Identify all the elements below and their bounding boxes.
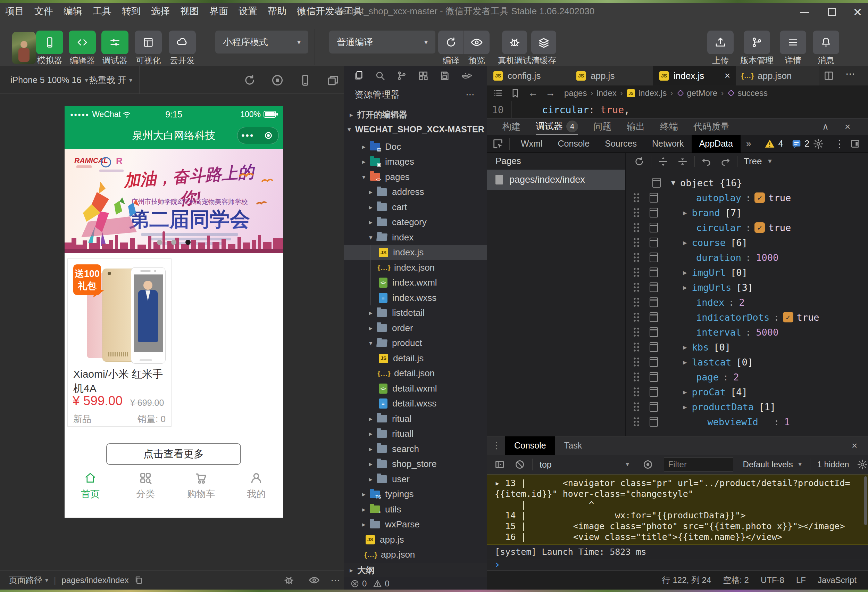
tree-item-index[interactable]: ▾index — [344, 229, 487, 245]
tree-item-index.js[interactable]: JSindex.js — [344, 245, 487, 260]
editor-tab-app.json[interactable]: {…}app.json — [736, 66, 819, 86]
sim-phone-icon[interactable] — [298, 74, 312, 87]
pages-selected-item[interactable]: pages/index/index — [487, 170, 625, 190]
tree-item-detail.js[interactable]: JSdetail.js — [344, 351, 487, 366]
drag-handle-icon[interactable] — [633, 387, 640, 397]
nav-back-icon[interactable]: ← — [528, 87, 538, 99]
preview-button[interactable] — [464, 31, 490, 54]
breadcrumb-item-index.js[interactable]: JSindex.js — [626, 88, 667, 98]
close-tab-icon[interactable]: × — [725, 70, 730, 81]
editor-tab-app.js[interactable]: JSapp.js — [570, 66, 653, 86]
devtools-tab-Wxml[interactable]: Wxml — [513, 135, 550, 153]
undo-icon[interactable] — [701, 156, 712, 167]
tree-item-ritual[interactable]: ▸ritual — [344, 411, 487, 426]
compile-dropdown[interactable]: 普通编译 ▾ — [329, 31, 435, 53]
drag-handle-icon[interactable] — [633, 417, 640, 427]
tree-item-detail.json[interactable]: {…}detail.json — [344, 366, 487, 381]
menu-item-工具[interactable]: 工具 — [87, 5, 117, 17]
menu-item-选择[interactable]: 选择 — [146, 5, 175, 17]
devtools-warnings[interactable]: 4 — [764, 138, 783, 149]
sim-windows-icon[interactable] — [326, 74, 340, 87]
more-tabs-icon[interactable]: » — [746, 138, 751, 149]
editor-tab-index.js[interactable]: JSindex.js× — [653, 66, 736, 86]
tabbar-我的[interactable]: 我的 — [235, 471, 277, 500]
debug-tab-终端[interactable]: 终端 — [660, 118, 678, 135]
console-prompt[interactable]: › — [487, 559, 868, 571]
toolbar-调试器-button[interactable] — [101, 31, 128, 54]
breadcrumb-item-getMore[interactable]: getMore — [676, 88, 717, 98]
appdata-entry-brand[interactable]: ▶brand[7] — [626, 205, 868, 220]
appdata-entry-imgUrl[interactable]: ▶imgUrl[0] — [626, 265, 868, 280]
tree-item-product[interactable]: ▾product — [344, 336, 487, 351]
drag-handle-icon[interactable] — [633, 327, 640, 337]
home-banner-carousel[interactable]: RAMICAL R 加油，奋斗路上的你! 广州市技师学院&雷米高宠物美容师学校 … — [65, 149, 283, 253]
clear-cache-button[interactable] — [531, 31, 556, 54]
checkbox-checked-icon[interactable]: ✓ — [754, 192, 765, 203]
appdata-entry-lastcat[interactable]: ▶lastcat[0] — [626, 355, 868, 369]
chevron-right-icon[interactable]: ▶ — [683, 209, 687, 216]
editor-more-icon[interactable]: ⋯ — [846, 68, 856, 80]
statusbar-item[interactable]: UTF-8 — [761, 575, 784, 585]
menu-item-转到[interactable]: 转到 — [117, 5, 146, 17]
statusbar-item[interactable]: JavaScript — [818, 575, 856, 585]
appdata-root-row[interactable]: ▼object {16} — [626, 175, 868, 190]
appdata-entry-indicatorDots[interactable]: indicatorDots:✓true — [626, 310, 868, 324]
user-avatar[interactable] — [12, 32, 36, 64]
breadcrumb-item-index[interactable]: index — [596, 88, 616, 98]
search-icon[interactable] — [375, 70, 386, 81]
hot-reload-toggle[interactable]: 热重载 开 ▾ — [82, 66, 140, 94]
files-icon[interactable] — [353, 70, 364, 81]
collapse-panel-icon[interactable]: ∧ — [822, 121, 829, 132]
console-sidebar-icon[interactable] — [494, 459, 505, 470]
drag-handle-icon[interactable] — [633, 207, 640, 218]
appdata-entry-index[interactable]: index:2 — [626, 295, 868, 309]
checkbox-checked-icon[interactable]: ✓ — [754, 222, 765, 233]
tree-item-utils[interactable]: ▸+utils — [344, 502, 487, 517]
toolbar-编辑器-button[interactable] — [69, 31, 96, 54]
devtools-tab-AppData[interactable]: AppData — [692, 135, 741, 153]
tree-item-detail.wxml[interactable]: <>detail.wxml — [344, 381, 487, 396]
appdata-entry-course[interactable]: ▶course[6] — [626, 235, 868, 250]
devtools-tab-Sources[interactable]: Sources — [597, 135, 644, 153]
appdata-entry-page[interactable]: page:2 — [626, 370, 868, 384]
console-close-icon[interactable]: × — [852, 440, 857, 451]
statusbar-item[interactable]: 行 122, 列 24 — [662, 575, 711, 586]
tree-item-app.js[interactable]: JSapp.js — [344, 532, 487, 547]
toolbar-版本管理-button[interactable] — [744, 31, 770, 54]
drag-handle-icon[interactable] — [633, 357, 640, 367]
drag-handle-icon[interactable] — [633, 312, 640, 323]
view-mode-selector[interactable]: Tree — [744, 156, 762, 167]
product-card[interactable]: 送100 礼包 Xiaomi/小米 红米手机4A ¥ 599.00 ¥ 699.… — [67, 259, 171, 427]
close-button[interactable]: × — [848, 6, 867, 18]
split-editor-icon[interactable] — [823, 70, 834, 81]
tree-item-app.json[interactable]: {…}app.json — [344, 547, 487, 562]
appdata-entry-circular[interactable]: circular:✓true — [626, 220, 868, 235]
tree-item-wxParse[interactable]: ▸wxParse — [344, 517, 487, 532]
tree-item-category[interactable]: ▸category — [344, 215, 487, 230]
maximize-button[interactable] — [822, 6, 841, 18]
explorer-more-icon[interactable]: ⋯ — [466, 89, 475, 100]
inspect-icon[interactable] — [492, 138, 504, 150]
toolbar-云开发-button[interactable] — [169, 31, 196, 54]
toolbar-详情-button[interactable] — [780, 31, 806, 54]
tree-item-search[interactable]: ▸search — [344, 441, 487, 456]
appdata-entry-productData[interactable]: ▶productData[1] — [626, 400, 868, 414]
appdata-entry-kbs[interactable]: ▶kbs[0] — [626, 340, 868, 354]
chevron-right-icon[interactable]: ▶ — [683, 343, 687, 351]
drag-handle-icon[interactable] — [633, 222, 640, 233]
tree-item-index.json[interactable]: {…}index.json — [344, 260, 487, 275]
tabbar-分类[interactable]: 分类 — [125, 471, 166, 500]
breadcrumb-item-pages[interactable]: pages — [564, 88, 587, 98]
statusbar-item[interactable]: 空格: 2 — [723, 575, 749, 586]
toolbar-上传-button[interactable] — [707, 31, 734, 54]
drag-handle-icon[interactable] — [633, 282, 640, 293]
chevron-right-icon[interactable]: ▶ — [683, 239, 687, 246]
console-tab-Console[interactable]: Console — [505, 437, 555, 455]
project-root-section[interactable]: ▾ WECHAT_SHOP_XCX-MASTER — [344, 121, 487, 137]
drag-handle-icon[interactable] — [633, 237, 640, 248]
drag-handle-icon[interactable] — [633, 402, 640, 412]
menu-item-项目[interactable]: 项目 — [0, 5, 29, 17]
menu-item-设置[interactable]: 设置 — [233, 5, 263, 17]
product-name[interactable]: Xiaomi/小米 红米手机4A — [73, 367, 171, 396]
problems-status[interactable]: 0 0 — [344, 577, 487, 589]
